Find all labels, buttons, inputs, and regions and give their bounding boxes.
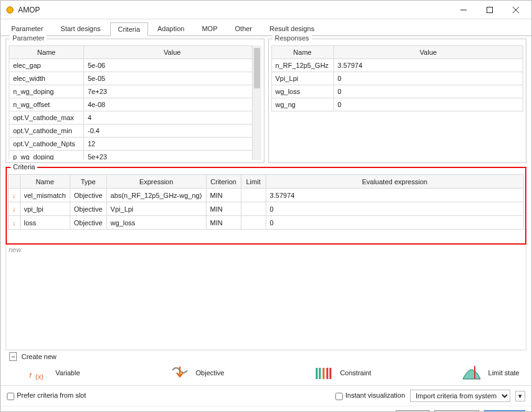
objective-icon: ↓ [9, 189, 21, 202]
maximize-button[interactable] [477, 1, 503, 19]
objective-icon [170, 364, 190, 382]
objective-icon: ↓ [9, 216, 21, 230]
responses-legend: Responses [273, 34, 312, 42]
tab-other[interactable]: Other [227, 22, 261, 35]
variable-icon: f(x) [28, 364, 49, 382]
crit-header-type[interactable]: Type [70, 175, 106, 189]
criteria-row[interactable]: ↓ vpi_lpiObjectiveVpi_LpiMIN0 [9, 202, 524, 216]
parameter-scrollbar[interactable] [252, 45, 261, 160]
app-icon [6, 6, 14, 14]
svg-line-4 [513, 7, 519, 13]
prefer-criteria-checkbox[interactable]: Prefer criteria from slot [7, 391, 86, 400]
table-row[interactable]: Vpi_Lpi0 [271, 72, 523, 85]
table-row[interactable]: elec_width5e-05 [9, 72, 261, 85]
parameter-legend: Parameter [10, 34, 47, 42]
dropdown-extra-button[interactable]: ▾ [515, 391, 525, 401]
create-new-label: − Create new [9, 353, 523, 360]
resp-header-name[interactable]: Name [271, 46, 334, 59]
table-row[interactable]: opt.V_cathode_Npts12 [9, 138, 261, 151]
table-row[interactable]: wg_ng0 [271, 98, 523, 111]
tab-adaption[interactable]: Adaption [149, 22, 192, 35]
resp-header-value[interactable]: Value [334, 46, 523, 59]
title-bar: AMOP [1, 1, 531, 19]
table-row[interactable]: n_wg_doping7e+23 [9, 85, 261, 98]
table-row[interactable]: p_wg_doping5e+23 [9, 151, 261, 161]
objective-icon: ↓ [9, 202, 21, 216]
create-limit-state-button[interactable]: Limit state [461, 364, 520, 382]
crit-header-limit[interactable]: Limit [241, 175, 266, 189]
svg-line-3 [513, 7, 519, 13]
criteria-row[interactable]: ↓ vel_mismatchObjectiveabs(n_RF_12p5_GHz… [9, 189, 524, 202]
tab-result-designs[interactable]: Result designs [261, 22, 322, 35]
create-new-section: − Create new f(x) Variable Objective Con… [9, 353, 523, 382]
table-row[interactable]: opt.V_cathode_min-0.4 [9, 124, 261, 138]
responses-table[interactable]: NameValue n_RF_12p5_GHz3.57974 Vpi_Lpi0 … [271, 45, 524, 111]
minimize-button[interactable] [450, 1, 477, 19]
create-objective-button[interactable]: Objective [170, 364, 225, 382]
criteria-legend: Criteria [11, 163, 37, 171]
param-header-value[interactable]: Value [84, 46, 261, 59]
constraint-icon [314, 364, 334, 382]
options-row: Prefer criteria from slot Instant visual… [1, 385, 531, 406]
crit-header-eval[interactable]: Evaluated expression [266, 175, 523, 189]
parameter-table[interactable]: NameValue elec_gap5e-06 elec_width5e-05 … [9, 45, 261, 160]
create-constraint-button[interactable]: Constraint [314, 364, 371, 382]
limit-state-icon [461, 364, 482, 382]
svg-text:(x): (x) [35, 373, 44, 380]
tab-criteria[interactable]: Criteria [110, 22, 148, 36]
table-row[interactable]: n_RF_12p5_GHz3.57974 [271, 59, 523, 72]
criteria-panel: Criteria Name Type Expression Criterion … [6, 167, 526, 245]
close-button[interactable] [503, 1, 529, 19]
instant-visualization-checkbox[interactable]: Instant visualization [335, 391, 405, 400]
create-variable-button[interactable]: f(x) Variable [28, 364, 80, 382]
crit-header-name[interactable]: Name [20, 175, 70, 189]
tab-parameter[interactable]: Parameter [3, 22, 51, 35]
criteria-editor-area[interactable]: new [6, 245, 526, 350]
table-row[interactable]: opt.V_cathode_max4 [9, 111, 261, 124]
parameter-panel: Parameter NameValue elec_gap5e-06 elec_w… [6, 39, 264, 163]
tab-mop[interactable]: MOP [194, 22, 225, 35]
import-criteria-select[interactable]: Import criteria from system [410, 390, 510, 402]
table-row[interactable]: n_wg_offset4e-08 [9, 98, 261, 111]
svg-text:f: f [29, 372, 32, 379]
criteria-table[interactable]: Name Type Expression Criterion Limit Eva… [8, 174, 524, 230]
window-title: AMOP [18, 6, 450, 14]
dialog-buttons-row: Show additional options OK Cancel Apply [1, 406, 531, 412]
svg-rect-2 [487, 7, 493, 12]
tab-bar: Parameter Start designs Criteria Adaptio… [1, 19, 531, 36]
tab-start-designs[interactable]: Start designs [52, 22, 108, 35]
crit-header-expression[interactable]: Expression [106, 175, 206, 189]
crit-header-criterion[interactable]: Criterion [206, 175, 241, 189]
svg-point-0 [7, 6, 14, 13]
minus-icon[interactable]: − [9, 352, 17, 361]
table-row[interactable]: elec_gap5e-06 [9, 59, 261, 72]
responses-panel: Responses NameValue n_RF_12p5_GHz3.57974… [268, 39, 527, 163]
param-header-name[interactable]: Name [9, 46, 84, 59]
table-row[interactable]: wg_loss0 [271, 85, 523, 98]
new-row-placeholder[interactable]: new [9, 246, 21, 253]
criteria-row[interactable]: ↓ lossObjectivewg_lossMIN0 [9, 216, 524, 230]
